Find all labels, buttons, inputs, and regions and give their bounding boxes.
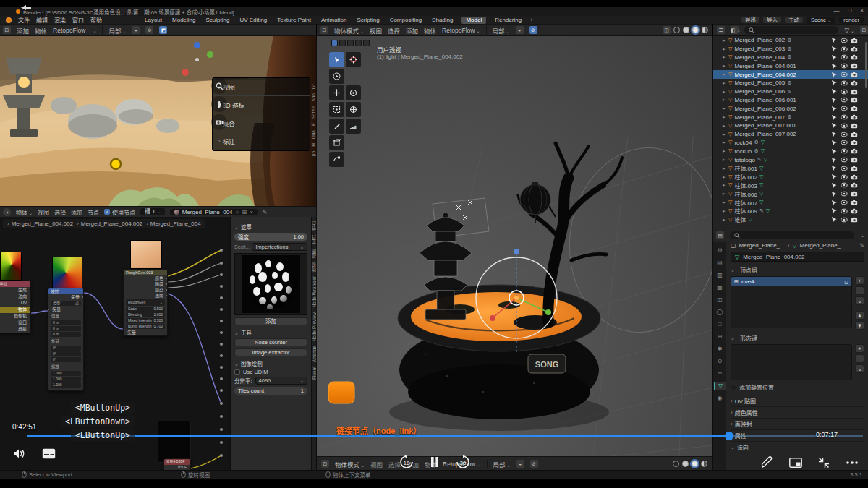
rewind-10-button[interactable]: 10 — [399, 455, 414, 469]
expand-arrow-icon[interactable]: ▸ — [723, 148, 726, 154]
outliner-row[interactable]: ▸ ▽ rock05 ⚙ ✎ ▽ — [713, 147, 868, 155]
editor-type-icon[interactable]: ▤ — [716, 231, 724, 239]
texture-preview-box[interactable] — [234, 253, 307, 315]
axis-gizmo-y-icon[interactable] — [207, 51, 213, 58]
remove-group-button[interactable]: − — [855, 286, 864, 295]
mode-chip-icon[interactable] — [355, 40, 362, 46]
hide-eye-icon[interactable] — [841, 97, 848, 103]
object-name[interactable]: Merged_Plane_006.002 — [734, 106, 796, 112]
shading-solid-icon[interactable] — [683, 27, 689, 33]
specials-menu-button[interactable]: ⌄ — [855, 296, 864, 305]
selectable-icon[interactable] — [831, 72, 838, 78]
panel-section-header[interactable]: 颜色属性 — [731, 406, 864, 418]
context-menu-item[interactable]: 集合 — [213, 114, 310, 132]
mapping-type-dropdown[interactable]: 类型:点 — [51, 301, 81, 306]
workspace-tab[interactable]: Sculpting — [205, 17, 231, 24]
outliner-row[interactable]: ▸ ▽ Merged_Plane_004.001 ⚙ ✎ ▽ — [713, 61, 868, 70]
selectable-icon[interactable] — [831, 191, 838, 197]
node-output-row[interactable]: 窗口 — [0, 320, 30, 326]
outliner-search-input[interactable] — [744, 26, 838, 34]
move-up-button[interactable]: ▲ — [855, 311, 864, 320]
selectable-icon[interactable] — [831, 122, 838, 129]
workspace-tab[interactable]: Scripting — [356, 17, 381, 24]
image-extractor-button[interactable]: Image extractor — [234, 348, 307, 356]
texture-coordinate-node[interactable]: 纹理坐标 生成 法向 UV 物体 — [0, 281, 31, 333]
app-menu-item[interactable]: 编辑 — [36, 16, 48, 24]
workspace-tab[interactable]: Layout — [143, 17, 163, 24]
add-group-button[interactable]: + — [855, 276, 864, 285]
menu-item[interactable]: 物体 — [424, 26, 436, 35]
paint-panel-header[interactable]: 图像绘制 — [234, 359, 307, 367]
image-dropdown[interactable]: RoughGen⌄ — [126, 299, 165, 306]
menu-item[interactable]: 选择 — [388, 26, 400, 35]
video-progress-knob[interactable] — [725, 432, 733, 440]
display-mode-icon[interactable]: ◧ — [731, 26, 739, 34]
pan-hand-icon[interactable] — [211, 96, 227, 112]
hide-eye-icon[interactable] — [841, 72, 848, 77]
shading-material-icon[interactable] — [692, 27, 699, 33]
selectable-icon[interactable] — [831, 88, 838, 95]
properties-tab-icon[interactable]: ◯ — [714, 308, 726, 317]
properties-tab-icon[interactable]: ⊞ — [714, 333, 726, 341]
node-input-row[interactable]: 矢量 — [124, 330, 167, 335]
sidebar-tab[interactable]: F — [311, 123, 316, 126]
expand-arrow-icon[interactable]: ▸ — [723, 182, 726, 188]
outliner-row[interactable]: ▸ ▽ 柱体.001 ⚙ ✎ ▽ — [713, 164, 868, 173]
expand-arrow-icon[interactable]: ▸ — [723, 54, 726, 60]
properties-tab-icon[interactable]: ▥ — [714, 271, 726, 280]
render-camera-icon[interactable] — [851, 38, 858, 43]
editor-type-icon[interactable]: ☰ — [717, 26, 725, 34]
render-camera-icon[interactable] — [851, 89, 858, 95]
mode-dropdown[interactable]: 物体模式 — [335, 460, 365, 468]
snap-magnet-icon[interactable]: ◒ — [132, 26, 140, 34]
slot-dropdown[interactable]: 槽 1 — [140, 208, 165, 215]
annotate-pencil-button[interactable] — [761, 456, 773, 468]
selectable-icon[interactable] — [831, 165, 838, 171]
panel-section-header[interactable]: 面映射 — [731, 418, 864, 429]
shading-material-icon[interactable] — [692, 461, 698, 467]
object-name[interactable]: 锥体 — [734, 215, 746, 223]
selectable-icon[interactable] — [831, 174, 838, 180]
selectable-icon[interactable] — [831, 207, 838, 214]
object-name[interactable]: Merged_Plane_004.002 — [734, 72, 796, 78]
slider-field[interactable]: Bump strength0.700 — [126, 324, 165, 329]
object-name[interactable]: tatalogo — [734, 157, 754, 163]
slider-field[interactable]: Blending1.000 — [126, 312, 165, 317]
workspace-tab[interactable]: Animation — [320, 17, 349, 24]
render-camera-icon[interactable] — [851, 140, 858, 145]
outliner-row[interactable]: ▸ ▽ 锥体 ⚙ ✎ ▽ — [713, 215, 868, 224]
exit-fullscreen-button[interactable] — [818, 457, 830, 468]
panel-header[interactable]: 遮罩 — [234, 223, 307, 231]
render-camera-icon[interactable] — [851, 72, 858, 77]
hide-eye-icon[interactable] — [841, 208, 848, 214]
object-name[interactable]: rock05 — [734, 148, 752, 155]
object-name[interactable]: 柱体.009 — [734, 207, 757, 215]
menu-item[interactable]: 视图 — [38, 208, 49, 216]
mode-chip-icon[interactable] — [331, 40, 338, 46]
hide-eye-icon[interactable] — [841, 200, 848, 205]
object-name[interactable]: Merged_Plane_003 — [734, 46, 785, 52]
new-material-icon[interactable]: ⊞ — [242, 209, 247, 215]
selectable-icon[interactable] — [831, 80, 838, 86]
expand-arrow-icon[interactable]: ▸ — [723, 114, 726, 120]
panel-section-header[interactable]: UV 贴图 — [731, 395, 864, 406]
strength-slider[interactable]: 强度1.00 — [234, 233, 307, 241]
add-button[interactable]: 添加 — [234, 317, 307, 325]
expand-arrow-icon[interactable]: ▸ — [723, 140, 726, 145]
outliner-row[interactable]: ▸ ▽ 柱体.007 ⚙ ✎ ▽ — [713, 198, 868, 207]
render-camera-icon[interactable] — [851, 148, 858, 154]
value-field[interactable]: 0° — [51, 351, 81, 356]
render-camera-icon[interactable] — [851, 80, 858, 86]
object-name[interactable]: 柱体.007 — [734, 199, 757, 207]
breadcrumb-data[interactable]: Merged_Plane_... — [800, 242, 846, 249]
node-output-row[interactable]: 生成 — [0, 287, 30, 294]
value-field[interactable]: 0° — [51, 346, 81, 351]
pin-icon[interactable]: ✎ — [263, 209, 268, 215]
value-field[interactable]: 0 m — [51, 326, 81, 331]
object-name[interactable]: 柱体.001 — [734, 164, 757, 172]
hide-eye-icon[interactable] — [841, 123, 848, 129]
add-workspace-button[interactable]: + — [529, 17, 533, 23]
node-output-row[interactable]: 凹凸 — [124, 287, 167, 293]
shading-solid-icon[interactable] — [682, 461, 689, 467]
render-camera-icon[interactable] — [851, 123, 858, 129]
